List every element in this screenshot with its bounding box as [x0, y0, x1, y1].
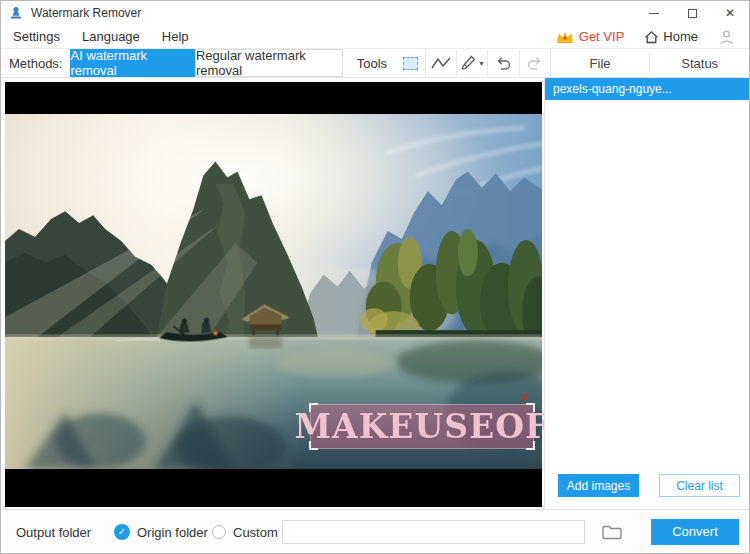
watermark-text: MAKEUSEOF — [295, 410, 550, 443]
close-button[interactable]: ✕ — [711, 1, 749, 25]
brush-tool-button[interactable]: ▼ — [457, 49, 487, 77]
maximize-button[interactable] — [673, 1, 711, 25]
custom-path-input[interactable] — [282, 520, 585, 544]
get-vip-button[interactable]: Get VIP — [556, 29, 625, 44]
polyline-icon — [431, 56, 451, 70]
menubar: Settings Language Help Get VIP Home — [1, 25, 749, 49]
custom-option-label[interactable]: Custom — [233, 524, 278, 539]
menubar-right: Get VIP Home — [556, 29, 739, 45]
selection-corner-handle[interactable] — [309, 403, 318, 412]
undo-button[interactable] — [488, 49, 518, 77]
minimize-icon — [649, 13, 659, 14]
minimize-button[interactable] — [635, 1, 673, 25]
folder-icon — [601, 523, 623, 540]
app-stamp-icon — [9, 6, 23, 20]
get-vip-label: Get VIP — [579, 29, 625, 44]
crown-icon — [556, 30, 574, 44]
origin-folder-radio[interactable]: ✓ — [114, 524, 130, 540]
marquee-select-tool-button[interactable] — [395, 49, 425, 77]
selection-corner-handle[interactable] — [526, 441, 535, 450]
account-button[interactable] — [718, 29, 735, 45]
custom-folder-radio[interactable] — [212, 525, 226, 539]
file-list-row[interactable]: pexels-quang-nguye... — [545, 78, 749, 100]
file-name: pexels-quang-nguye... — [553, 82, 672, 96]
methods-label: Methods: — [1, 49, 70, 77]
content-area: MAKEUSEOF ✕ pexels-quang-nguye... Add im… — [1, 78, 749, 509]
chevron-down-icon: ▼ — [478, 60, 485, 67]
add-images-button[interactable]: Add images — [558, 474, 639, 497]
redo-icon — [526, 56, 543, 70]
polyline-tool-button[interactable] — [426, 49, 456, 77]
selection-corner-handle[interactable] — [309, 441, 318, 450]
tab-ai-watermark-removal[interactable]: AI watermark removal — [70, 49, 194, 77]
file-panel-actions: Add images Clear list — [545, 474, 749, 497]
output-folder-label: Output folder — [16, 524, 91, 539]
file-list-header: File Status — [550, 49, 749, 77]
window-controls: ✕ — [635, 1, 749, 25]
maximize-icon — [688, 9, 697, 18]
brush-icon — [460, 55, 476, 71]
home-label: Home — [663, 29, 698, 44]
window-title: Watermark Remover — [31, 6, 141, 20]
bottom-bar: Output folder ✓ Origin folder Custom Con… — [1, 509, 749, 553]
person-icon — [718, 29, 735, 45]
toolbar: Methods: AI watermark removal Regular wa… — [1, 49, 749, 78]
app-window: Watermark Remover ✕ Settings Language He… — [0, 0, 750, 554]
close-icon: ✕ — [725, 7, 735, 19]
image-canvas[interactable]: MAKEUSEOF ✕ — [5, 82, 542, 507]
redo-button[interactable] — [520, 49, 550, 77]
column-header-status[interactable]: Status — [650, 49, 749, 77]
undo-icon — [495, 56, 512, 70]
house-icon — [644, 30, 659, 44]
marquee-selection-icon — [403, 57, 418, 70]
titlebar: Watermark Remover ✕ — [1, 1, 749, 25]
home-button[interactable]: Home — [644, 29, 698, 44]
convert-button[interactable]: Convert — [651, 519, 739, 545]
check-icon: ✓ — [118, 526, 126, 537]
column-header-file[interactable]: File — [551, 49, 650, 77]
menu-language[interactable]: Language — [82, 29, 140, 44]
watermark-selection-box[interactable]: MAKEUSEOF ✕ — [310, 404, 534, 449]
file-list-panel: pexels-quang-nguye... Add images Clear l… — [544, 78, 749, 509]
selection-delete-icon[interactable]: ✕ — [519, 391, 530, 404]
browse-folder-button[interactable] — [601, 523, 623, 540]
menu-settings[interactable]: Settings — [13, 29, 60, 44]
clear-list-button[interactable]: Clear list — [659, 474, 740, 497]
tab-regular-watermark-removal[interactable]: Regular watermark removal — [195, 49, 343, 77]
origin-folder-option-label[interactable]: Origin folder — [137, 524, 208, 539]
menu-help[interactable]: Help — [162, 29, 189, 44]
tools-label: Tools — [357, 49, 387, 77]
